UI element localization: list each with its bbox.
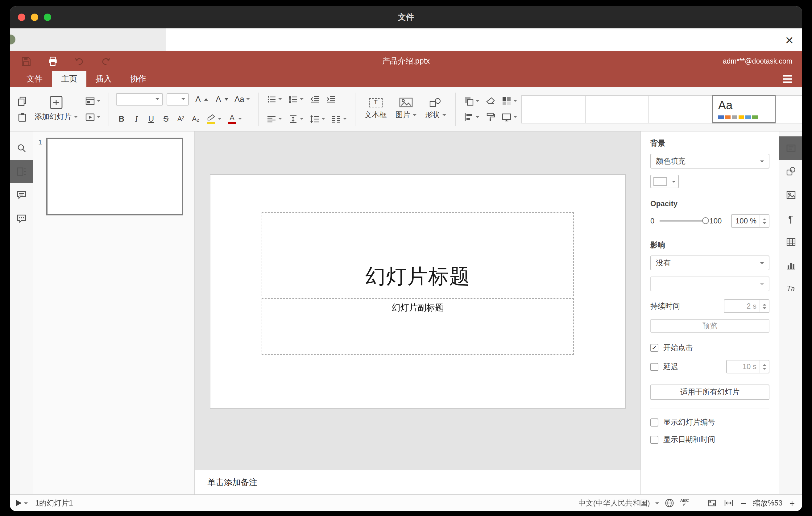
subheader: ×: [10, 28, 802, 51]
insert-shape-button[interactable]: 形状: [423, 97, 448, 120]
copy-button[interactable]: [16, 95, 28, 107]
font-name-combo[interactable]: [116, 93, 163, 105]
superscript-button[interactable]: A²: [175, 115, 186, 123]
tab-home[interactable]: 主页: [52, 71, 86, 87]
zoom-out-button[interactable]: −: [741, 498, 746, 508]
spinner-arrows[interactable]: [759, 361, 769, 373]
align-shapes-button[interactable]: [463, 111, 481, 122]
increase-indent-button[interactable]: [324, 93, 337, 105]
opacity-slider-knob[interactable]: [702, 217, 709, 224]
theme-thumbnail-selected[interactable]: Aa: [712, 95, 776, 123]
subscript-button[interactable]: A₂: [190, 115, 201, 123]
font-color-button[interactable]: A: [227, 113, 243, 124]
paragraph-settings-button[interactable]: ¶: [779, 207, 802, 230]
chart-settings-button[interactable]: [779, 254, 802, 277]
strikethrough-button[interactable]: S: [161, 114, 172, 123]
apply-to-all-button[interactable]: 适用于所有幻灯片: [650, 384, 770, 400]
slide[interactable]: 幻灯片标题 幻灯片副标题: [210, 175, 625, 408]
slide-thumbnail[interactable]: [46, 138, 183, 216]
insert-textbox-button[interactable]: T 文本框: [362, 98, 389, 120]
tab-insert[interactable]: 插入: [86, 71, 121, 87]
print-icon[interactable]: [48, 56, 58, 66]
subtitle-placeholder[interactable]: 幻灯片副标题: [262, 298, 574, 355]
document-language[interactable]: 中文(中华人民共和国): [578, 498, 650, 508]
fit-slide-icon[interactable]: [707, 498, 717, 508]
delay-spinner[interactable]: 10 s: [726, 360, 770, 373]
paste-button[interactable]: [16, 111, 28, 122]
theme-thumbnail[interactable]: [585, 95, 649, 123]
vertical-align-button[interactable]: [287, 113, 305, 124]
show-date-time-checkbox[interactable]: [650, 436, 658, 444]
undo-icon[interactable]: [74, 56, 85, 66]
hamburger-icon[interactable]: [783, 71, 792, 87]
italic-button[interactable]: I: [131, 114, 142, 123]
background-fill-select[interactable]: 颜色填充: [650, 154, 770, 169]
effect-select[interactable]: 没有: [650, 256, 770, 270]
comments-icon: [16, 190, 26, 200]
decrease-indent-button[interactable]: [309, 93, 321, 105]
color-scheme-button[interactable]: [500, 95, 518, 107]
notes-area[interactable]: 单击添加备注: [195, 470, 640, 494]
minimize-window-button[interactable]: [31, 13, 38, 21]
start-on-click-checkbox[interactable]: ✓: [650, 344, 658, 352]
change-case-button[interactable]: Aa: [233, 94, 251, 104]
tab-collaboration[interactable]: 协作: [121, 71, 155, 87]
bullets-button[interactable]: [265, 93, 283, 105]
horizontal-align-button[interactable]: [265, 113, 283, 124]
copy-style-button[interactable]: [484, 111, 497, 122]
save-icon[interactable]: [21, 56, 31, 66]
effect-type-select[interactable]: [650, 277, 770, 291]
close-icon[interactable]: ×: [785, 30, 793, 51]
line-spacing-button[interactable]: [309, 113, 326, 124]
spellcheck-icon[interactable]: ABC ✓: [680, 499, 689, 508]
numbering-button[interactable]: [287, 93, 305, 105]
slides-panel-button[interactable]: [10, 160, 33, 183]
tab-file[interactable]: 文件: [17, 71, 52, 87]
show-slide-number-checkbox[interactable]: [650, 419, 658, 427]
add-slide-button[interactable]: 添加幻灯片: [32, 96, 80, 122]
theme-thumbnail[interactable]: [776, 95, 802, 123]
spinner-arrows[interactable]: [759, 300, 769, 312]
shape-settings-button[interactable]: [779, 160, 802, 183]
font-size-combo[interactable]: [167, 93, 189, 105]
start-slideshow-button[interactable]: [84, 111, 102, 122]
clear-style-button[interactable]: [484, 95, 497, 107]
opacity-spinner[interactable]: 100 %: [731, 214, 770, 228]
columns-button[interactable]: [330, 113, 348, 124]
highlight-color-button[interactable]: [205, 113, 223, 124]
opacity-slider[interactable]: [659, 220, 705, 222]
increase-font-button[interactable]: A: [193, 94, 209, 104]
slide-canvas[interactable]: 幻灯片标题 幻灯片副标题: [195, 132, 640, 470]
duration-spinner[interactable]: 2 s: [724, 299, 770, 313]
spinner-arrows[interactable]: [759, 215, 769, 227]
close-window-button[interactable]: [18, 13, 25, 21]
fit-width-icon[interactable]: [724, 498, 734, 508]
arrange-button[interactable]: [463, 95, 481, 107]
background-color-picker[interactable]: [650, 175, 679, 188]
decrease-font-button[interactable]: A: [213, 94, 230, 104]
chat-panel-button[interactable]: [10, 207, 33, 230]
title-placeholder[interactable]: 幻灯片标题: [262, 212, 574, 296]
underline-button[interactable]: U: [146, 114, 157, 123]
theme-thumbnail[interactable]: [648, 95, 713, 123]
slide-subtitle-text: 幻灯片副标题: [392, 303, 444, 314]
zoom-window-button[interactable]: [44, 13, 51, 21]
slide-settings-button[interactable]: [779, 136, 802, 160]
textart-settings-button[interactable]: Ta: [779, 277, 802, 300]
preview-button[interactable]: 预览: [650, 319, 770, 333]
zoom-in-button[interactable]: +: [789, 498, 795, 508]
globe-icon[interactable]: [665, 498, 675, 508]
insert-image-button[interactable]: 图片: [393, 97, 419, 120]
comments-panel-button[interactable]: [10, 183, 33, 207]
table-settings-button[interactable]: [779, 230, 802, 254]
slide-layout-button[interactable]: [84, 95, 102, 107]
bold-button[interactable]: B: [116, 114, 127, 123]
zoom-level[interactable]: 缩放%53: [753, 498, 782, 508]
theme-thumbnail[interactable]: [521, 95, 585, 123]
slide-size-button[interactable]: [500, 111, 518, 122]
redo-icon[interactable]: [100, 56, 111, 66]
delay-checkbox[interactable]: [650, 363, 658, 371]
search-panel-button[interactable]: [10, 136, 33, 160]
image-settings-button[interactable]: [779, 183, 802, 207]
start-slideshow-status-button[interactable]: [16, 500, 28, 506]
